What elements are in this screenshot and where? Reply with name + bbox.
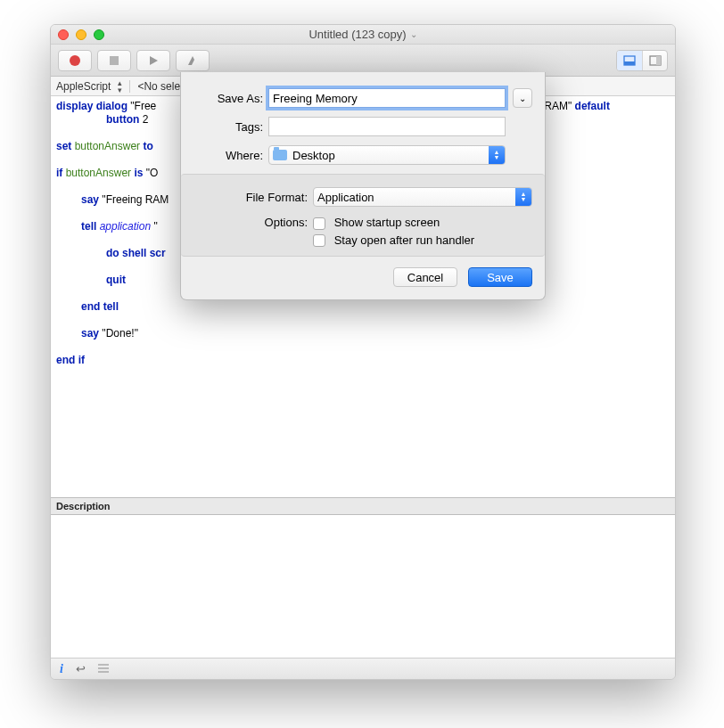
format-section: File Format: Application ▲▼ Options: Sho… [181, 174, 545, 257]
run-button[interactable] [136, 50, 170, 71]
save-sheet: Save As: ⌄ Tags: Where: Desktop ▲▼ File … [180, 72, 546, 300]
show-startup-checkbox[interactable] [313, 217, 325, 230]
stop-button[interactable] [97, 50, 131, 71]
titlebar: Untitled (123 copy) ⌄ [51, 25, 675, 45]
expand-toggle[interactable]: ⌄ [513, 88, 532, 108]
compile-button[interactable] [176, 50, 210, 71]
svg-marker-2 [150, 56, 158, 65]
language-stepper-icon[interactable]: ▴▾ [118, 79, 122, 94]
zoom-window-button[interactable] [94, 29, 104, 40]
where-label: Where: [193, 149, 263, 162]
close-window-button[interactable] [58, 29, 69, 40]
title-chevron-icon[interactable]: ⌄ [410, 29, 417, 39]
svg-rect-4 [624, 61, 635, 65]
description-pane[interactable] [51, 515, 675, 658]
options-label: Options: [193, 216, 308, 229]
file-format-label: File Format: [193, 191, 308, 204]
description-header: Description [51, 497, 675, 515]
where-popup[interactable]: Desktop ▲▼ [268, 145, 506, 165]
status-bar: i ↩ [51, 658, 675, 679]
svg-rect-6 [656, 56, 661, 65]
folder-icon [273, 150, 287, 160]
minimize-window-button[interactable] [76, 29, 86, 40]
save-as-input[interactable] [268, 88, 506, 108]
language-popup[interactable]: AppleScript [56, 80, 111, 93]
view-segment [616, 50, 668, 71]
file-format-value: Application [317, 191, 374, 204]
svg-rect-1 [110, 56, 119, 65]
chevron-down-icon: ⌄ [519, 94, 526, 103]
show-startup-label: Show startup screen [334, 216, 440, 229]
return-icon[interactable]: ↩ [76, 662, 86, 675]
info-icon[interactable]: i [60, 662, 63, 676]
stay-open-checkbox[interactable] [313, 234, 325, 247]
no-selection-label[interactable]: <No sele [137, 80, 180, 93]
save-button[interactable]: Save [468, 267, 532, 287]
save-as-label: Save As: [193, 92, 263, 105]
where-value: Desktop [292, 149, 335, 162]
list-icon[interactable] [98, 662, 109, 675]
view-description-button[interactable] [617, 51, 642, 70]
traffic-lights [58, 29, 104, 40]
window-title: Untitled (123 copy) [309, 28, 406, 41]
stay-open-label: Stay open after run handler [334, 233, 475, 247]
svg-point-0 [70, 55, 80, 66]
tags-input[interactable] [268, 117, 506, 136]
file-format-popup[interactable]: Application ▲▼ [313, 187, 532, 207]
tags-label: Tags: [193, 120, 263, 134]
view-bundle-button[interactable] [642, 51, 667, 70]
cancel-button[interactable]: Cancel [393, 267, 457, 287]
record-button[interactable] [58, 50, 92, 71]
